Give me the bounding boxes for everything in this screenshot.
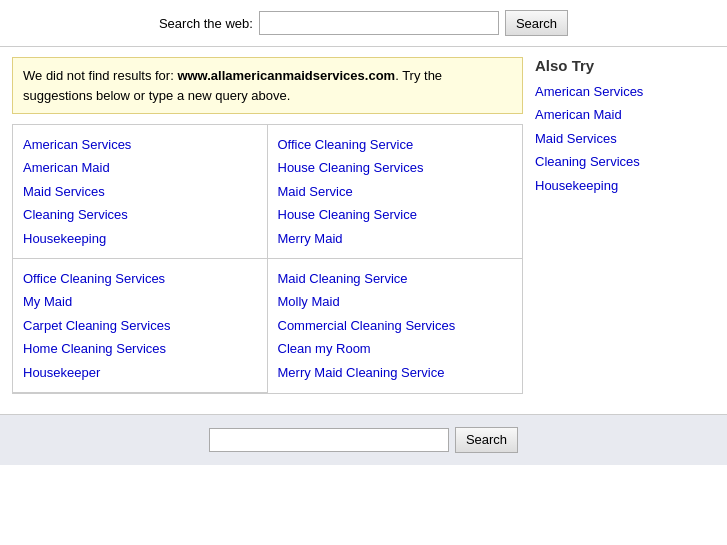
right-sidebar: Also Try American Services American Maid…: [535, 57, 715, 394]
result-link[interactable]: Housekeeping: [23, 227, 257, 250]
notice-prefix: We did not find results for:: [23, 68, 177, 83]
also-try-link[interactable]: Maid Services: [535, 127, 715, 150]
bottom-search-bar: Search: [0, 414, 727, 465]
top-search-label: Search the web:: [159, 16, 253, 31]
result-link[interactable]: My Maid: [23, 290, 257, 313]
result-link[interactable]: House Cleaning Service: [278, 203, 513, 226]
result-link[interactable]: Home Cleaning Services: [23, 337, 257, 360]
also-try-link[interactable]: Housekeeping: [535, 174, 715, 197]
result-link[interactable]: Maid Cleaning Service: [278, 267, 513, 290]
results-col2-row1: Office Cleaning Service House Cleaning S…: [268, 125, 523, 259]
result-link[interactable]: Carpet Cleaning Services: [23, 314, 257, 337]
result-link[interactable]: Commercial Cleaning Services: [278, 314, 513, 337]
top-search-input[interactable]: [259, 11, 499, 35]
top-search-bar: Search the web: Search: [0, 0, 727, 47]
result-link[interactable]: Maid Services: [23, 180, 257, 203]
result-link[interactable]: American Services: [23, 133, 257, 156]
result-link[interactable]: House Cleaning Services: [278, 156, 513, 179]
result-link[interactable]: Office Cleaning Services: [23, 267, 257, 290]
notice-domain: www.allamericanmaidservices.com: [177, 68, 395, 83]
result-link[interactable]: Merry Maid Cleaning Service: [278, 361, 513, 384]
also-try-title: Also Try: [535, 57, 715, 74]
main-content: We did not find results for: www.allamer…: [0, 47, 727, 404]
bottom-search-button[interactable]: Search: [455, 427, 518, 453]
also-try-link[interactable]: American Services: [535, 80, 715, 103]
result-link[interactable]: Molly Maid: [278, 290, 513, 313]
result-link[interactable]: American Maid: [23, 156, 257, 179]
results-grid: American Services American Maid Maid Ser…: [12, 124, 523, 394]
result-link[interactable]: Merry Maid: [278, 227, 513, 250]
result-link[interactable]: Clean my Room: [278, 337, 513, 360]
result-link[interactable]: Cleaning Services: [23, 203, 257, 226]
result-link[interactable]: Maid Service: [278, 180, 513, 203]
results-col1-row1: American Services American Maid Maid Ser…: [13, 125, 268, 259]
result-link[interactable]: Office Cleaning Service: [278, 133, 513, 156]
results-col2-row2: Maid Cleaning Service Molly Maid Commerc…: [268, 259, 523, 393]
top-search-button[interactable]: Search: [505, 10, 568, 36]
notice-box: We did not find results for: www.allamer…: [12, 57, 523, 114]
also-try-link[interactable]: Cleaning Services: [535, 150, 715, 173]
bottom-search-input[interactable]: [209, 428, 449, 452]
results-col1-row2: Office Cleaning Services My Maid Carpet …: [13, 259, 268, 393]
result-link[interactable]: Housekeeper: [23, 361, 257, 384]
left-panel: We did not find results for: www.allamer…: [12, 57, 523, 394]
also-try-link[interactable]: American Maid: [535, 103, 715, 126]
